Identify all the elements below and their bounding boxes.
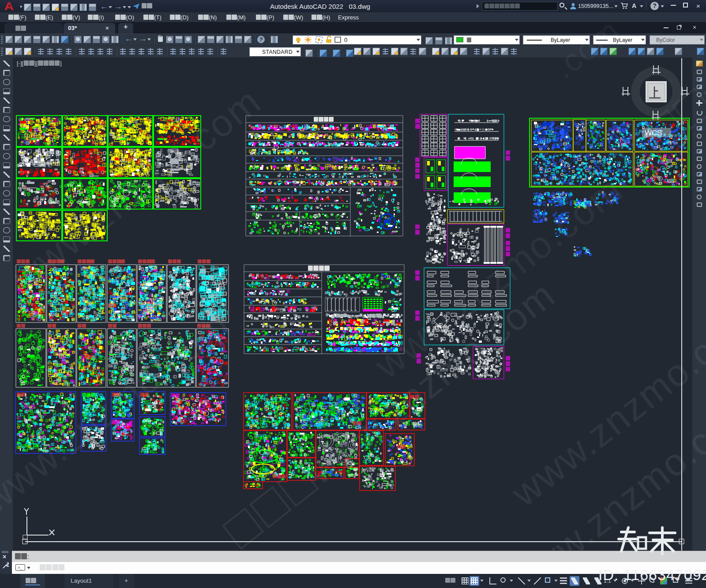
svg-text:0: 0 (344, 37, 347, 43)
